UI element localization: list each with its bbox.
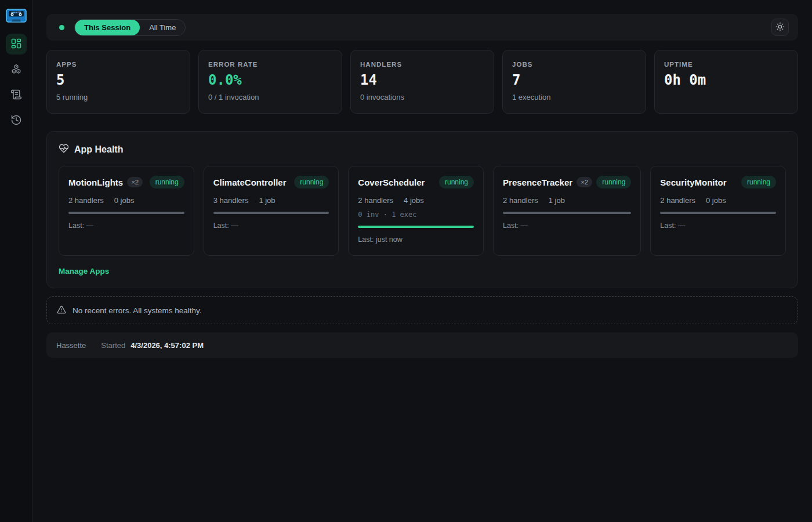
apps-grid: MotionLights ×2 running 2 handlers 0 job… (59, 166, 786, 256)
cassette-icon: HASSETTE (6, 8, 27, 24)
handlers-count: 2 handlers (68, 196, 104, 205)
stat-label: JOBS (512, 61, 636, 68)
app-name: SecurityMonitor (660, 177, 726, 187)
footer-started-label: Started (101, 341, 125, 350)
app-card: MotionLights ×2 running 2 handlers 0 job… (59, 166, 194, 256)
instance-count-badge: ×2 (127, 177, 143, 187)
stat-sub: 1 execution (512, 93, 636, 102)
stat-card: APPS 5 5 running (46, 50, 190, 114)
activity-bar (213, 212, 329, 214)
tab-all-time[interactable]: All Time (140, 20, 185, 35)
activity-bar (358, 226, 474, 228)
activity-bar (68, 212, 184, 214)
app-card: PresenceTracker ×2 running 2 handlers 1 … (493, 166, 641, 256)
app-health-section: App Health MotionLights ×2 running 2 han… (46, 131, 798, 288)
stat-card: HANDLERS 14 0 invocations (350, 50, 494, 114)
triangle-alert-icon (57, 305, 66, 316)
status-badge: running (294, 176, 329, 188)
stat-card: ERROR RATE 0.0% 0 / 1 invocation (198, 50, 342, 114)
stats-row: APPS 5 5 running ERROR RATE 0.0% 0 / 1 i… (46, 50, 798, 114)
section-title: App Health (74, 144, 123, 155)
history-icon (10, 114, 22, 128)
jobs-count: 1 job (549, 196, 565, 205)
invocation-metrics: 0 inv · 1 exec (358, 211, 474, 219)
jobs-count: 0 jobs (114, 196, 135, 205)
stat-label: UPTIME (664, 61, 788, 68)
app-card: ClimateController running 3 handlers 1 j… (204, 166, 339, 256)
connection-status-dot (59, 25, 64, 30)
app-name: CoverScheduler (358, 177, 425, 187)
handlers-count: 3 handlers (213, 196, 249, 205)
heart-pulse-icon (59, 143, 69, 156)
jobs-count: 0 jobs (706, 196, 726, 205)
session-scope-toggle: This SessionAll Time (74, 19, 186, 36)
footer-app-name: Hassette (56, 341, 86, 350)
app-name: MotionLights (68, 177, 123, 187)
app-name: PresenceTracker (503, 177, 572, 187)
sidebar-item-apps[interactable] (6, 59, 27, 80)
error-banner-text: No recent errors. All systems healthy. (72, 306, 202, 315)
stat-value: 7 (512, 72, 636, 88)
layout-dashboard-icon (10, 38, 22, 51)
jobs-count: 4 jobs (404, 196, 424, 205)
status-badge: running (596, 176, 631, 188)
sun-icon (775, 22, 785, 33)
hassette-logo: HASSETTE (5, 7, 27, 24)
activity-bar (660, 212, 776, 214)
jobs-count: 1 job (259, 196, 275, 205)
stat-value: 5 (56, 72, 180, 88)
activity-bar (503, 212, 631, 214)
boxes-icon (10, 63, 22, 77)
footer-started-value: 4/3/2026, 4:57:02 PM (130, 341, 204, 350)
instance-count-badge: ×2 (577, 177, 592, 187)
stat-card: UPTIME 0h 0m (654, 50, 798, 114)
handlers-count: 2 handlers (660, 196, 695, 205)
last-run-label: Last: — (68, 222, 184, 230)
stat-sub: 0 invocations (360, 93, 484, 102)
status-badge: running (741, 176, 776, 188)
theme-toggle-button[interactable] (771, 19, 789, 36)
stat-sub: 0 / 1 invocation (208, 93, 332, 102)
main-content: This SessionAll Time APPS 5 5 running ER… (32, 0, 812, 372)
error-banner: No recent errors. All systems healthy. (46, 296, 798, 324)
manage-apps-link[interactable]: Manage Apps (59, 267, 109, 276)
stat-sub: 5 running (56, 93, 180, 102)
sidebar: HASSETTE (0, 0, 32, 522)
sidebar-item-history[interactable] (6, 110, 27, 131)
stat-card: JOBS 7 1 execution (502, 50, 646, 114)
tab-this-session[interactable]: This Session (75, 20, 140, 35)
status-badge: running (150, 176, 184, 188)
app-card: CoverScheduler running 2 handlers 4 jobs… (348, 166, 484, 256)
last-run-label: Last: just now (358, 235, 474, 244)
last-run-label: Last: — (660, 222, 776, 230)
scroll-text-icon (10, 89, 22, 102)
sidebar-item-dashboard[interactable] (6, 34, 27, 55)
stat-label: HANDLERS (360, 61, 484, 68)
app-name: ClimateController (213, 177, 287, 187)
sidebar-item-logs[interactable] (6, 85, 27, 106)
topbar: This SessionAll Time (46, 14, 798, 41)
stat-value: 0h 0m (664, 72, 788, 88)
stat-value: 0.0% (208, 72, 332, 88)
handlers-count: 2 handlers (503, 196, 538, 205)
last-run-label: Last: — (503, 222, 631, 230)
stat-value: 14 (360, 72, 484, 88)
stat-label: ERROR RATE (208, 61, 332, 68)
app-card: SecurityMonitor running 2 handlers 0 job… (650, 166, 786, 256)
handlers-count: 2 handlers (358, 196, 393, 205)
last-run-label: Last: — (213, 222, 329, 230)
footer-bar: Hassette Started 4/3/2026, 4:57:02 PM (46, 332, 798, 358)
status-badge: running (439, 176, 474, 188)
stat-label: APPS (56, 61, 180, 68)
